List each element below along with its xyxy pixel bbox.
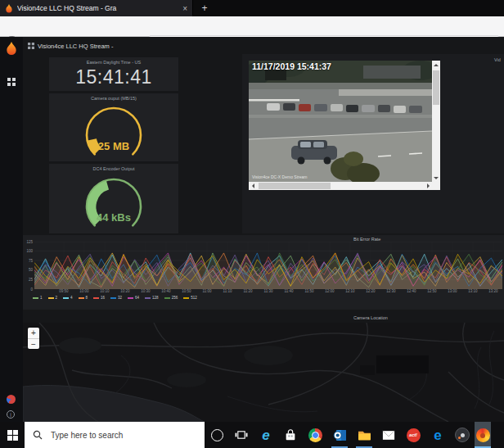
internet-explorer-icon: e [262, 428, 269, 442]
legend-item[interactable]: 128 [145, 296, 159, 300]
microsoft-store-button[interactable] [278, 422, 303, 448]
bit-error-rate-panel: Bit Error Rate 0255075100125 09:5010:001… [23, 235, 504, 310]
y-tick-label: 125 [25, 240, 33, 244]
y-tick-label: 100 [25, 249, 33, 253]
scrollbar-corner [432, 182, 440, 190]
x-tick-label: 13:20 [484, 289, 503, 293]
dark-map[interactable] [23, 323, 504, 422]
x-tick-label: 11:00 [197, 289, 217, 293]
map-zoom-control: + − [28, 328, 39, 349]
tab-close-icon[interactable]: × [182, 4, 187, 13]
video-panel: Vid [242, 54, 504, 233]
legend-item[interactable]: 2 [48, 296, 58, 300]
legend-color-dash [33, 297, 38, 299]
x-tick-label: 12:00 [320, 289, 340, 293]
outlook-icon [333, 429, 347, 441]
legend-label: 256 [172, 296, 178, 300]
taskbar-search-box[interactable] [25, 422, 205, 448]
chrome-icon [308, 428, 322, 442]
camera-app-icon [455, 428, 470, 442]
x-tick-label: 11:30 [259, 289, 278, 293]
map-zoom-in-button[interactable]: + [28, 328, 39, 339]
new-tab-button[interactable]: + [198, 0, 211, 16]
svg-text:Vision4ce DC-X Demo Stream: Vision4ce DC-X Demo Stream [252, 174, 307, 179]
x-tick-label: 10:20 [115, 289, 135, 293]
task-view-icon [235, 429, 248, 441]
outlook-button[interactable] [327, 422, 352, 448]
camera-output-gauge-panel: Camera ouput (MB/15) 25 MB [49, 93, 178, 161]
horizontal-scroll-thumb[interactable] [259, 183, 331, 189]
legend-item[interactable]: 16 [93, 296, 105, 300]
dashboard-header: Vision4ce LLC HQ Stream - [23, 37, 504, 55]
cortana-button[interactable] [205, 422, 229, 448]
windows-taskbar: e [0, 422, 504, 448]
legend-item[interactable]: 256 [164, 296, 178, 300]
vertical-scroll-thumb[interactable] [433, 70, 439, 105]
edge-button[interactable]: e [425, 422, 450, 448]
browser-tab[interactable]: Vision4ce LLC HQ Stream - Gra × [0, 0, 193, 16]
map-panel-title[interactable]: Camera Location [353, 315, 388, 320]
legend-color-dash [145, 297, 151, 299]
encoder-output-gauge: 44 kBs [71, 174, 156, 231]
x-tick-label: 11:20 [238, 289, 258, 293]
tab-bar: Vision4ce LLC HQ Stream - Gra × + [0, 0, 504, 16]
dashboard-grid-icon [28, 43, 34, 49]
video-vertical-scrollbar[interactable] [432, 61, 440, 182]
task-view-button[interactable] [229, 422, 254, 448]
scroll-left-arrow[interactable] [249, 182, 257, 190]
camera-feed-image: Vision4ce DC-X Demo Stream 11/17/2019 15… [249, 61, 432, 182]
legend-item[interactable]: 4 [63, 296, 73, 300]
act-button[interactable]: act! [401, 422, 425, 448]
camera-app-button[interactable] [450, 422, 475, 448]
gauge-encoder-title[interactable]: DC4 Encoder Output [49, 166, 178, 171]
video-panel-title[interactable]: Vid [494, 57, 501, 62]
legend-label: 512 [191, 296, 197, 300]
legend-color-dash [63, 297, 69, 299]
legend-color-dash [164, 297, 170, 299]
user-avatar[interactable] [7, 395, 16, 404]
gauge-camera-title[interactable]: Camera ouput (MB/15) [49, 96, 178, 101]
legend-item[interactable]: 8 [79, 296, 88, 300]
scroll-right-arrow[interactable] [424, 182, 432, 190]
start-button[interactable] [0, 422, 25, 448]
legend-color-dash [93, 297, 99, 299]
scroll-up-arrow[interactable] [432, 61, 440, 69]
internet-explorer-button[interactable]: e [254, 422, 278, 448]
legend-item[interactable]: 1 [33, 296, 43, 300]
x-tick-label: 10:50 [177, 289, 196, 293]
legend-item[interactable]: 512 [183, 296, 197, 300]
legend-label: 4 [70, 296, 73, 300]
legend-label: 2 [56, 296, 58, 300]
legend-color-dash [183, 297, 189, 299]
y-tick-label: 0 [25, 287, 33, 292]
video-horizontal-scrollbar[interactable] [249, 182, 432, 190]
chrome-button[interactable] [303, 422, 327, 448]
map-zoom-out-button[interactable]: − [28, 339, 39, 350]
scroll-down-arrow[interactable] [432, 174, 440, 182]
x-tick-label: 13:00 [443, 289, 462, 293]
legend-color-dash [79, 297, 84, 299]
legend-color-dash [48, 297, 54, 299]
dashboards-grid-icon[interactable] [7, 78, 16, 86]
legend-item[interactable]: 64 [128, 296, 139, 300]
legend-item[interactable]: 32 [110, 296, 122, 300]
legend-color-dash [128, 297, 133, 299]
search-input[interactable] [49, 430, 191, 441]
bit-error-rate-chart [34, 242, 502, 289]
firefox-button-active[interactable] [475, 422, 491, 448]
legend-label: 16 [101, 296, 105, 300]
mail-button[interactable] [376, 422, 401, 448]
x-tick-label: 10:40 [156, 289, 176, 293]
legend-label: 32 [118, 296, 122, 300]
x-tick-label: 10:10 [95, 289, 115, 293]
dashboard-title[interactable]: Vision4ce LLC HQ Stream - [38, 43, 113, 50]
clock-time: 15:41:41 [49, 66, 178, 88]
x-tick-label: 11:10 [218, 289, 237, 293]
clock-panel-title[interactable]: Eastern Daylight Time - US [49, 60, 178, 65]
act-label: act! [409, 432, 417, 437]
grafana-logo-icon[interactable] [5, 42, 18, 56]
file-explorer-button[interactable] [352, 422, 376, 448]
x-tick-label: 11:40 [279, 289, 299, 293]
help-icon[interactable]: i [7, 410, 15, 419]
x-tick-label: 11:50 [299, 289, 319, 293]
